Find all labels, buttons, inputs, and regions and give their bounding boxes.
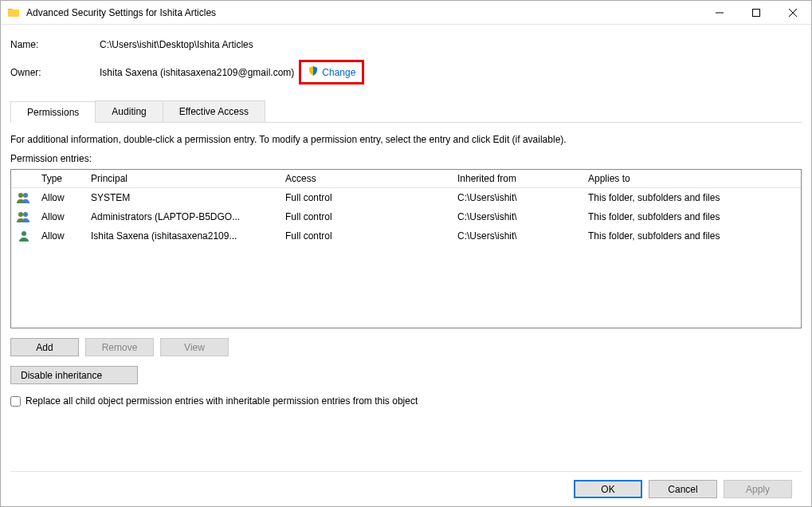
header-icon[interactable] [11,170,37,187]
replace-children-checkbox[interactable] [10,396,21,407]
principal-icon [11,226,37,246]
svg-rect-0 [753,9,760,16]
maximize-button[interactable] [738,1,775,24]
tab-bar: Permissions Auditing Effective Access [10,100,802,123]
tab-auditing[interactable]: Auditing [95,100,163,122]
content-area: Name: C:\Users\ishit\Desktop\Ishita Arti… [1,25,811,506]
header-principal[interactable]: Principal [86,170,280,187]
table-row[interactable]: AllowIshita Saxena (ishitasaxena2109...F… [11,226,801,246]
owner-value: Ishita Saxena (ishitasaxena2109@gmail.co… [100,60,364,84]
change-owner-link[interactable]: Change [322,67,355,78]
cell-type: Allow [37,189,86,206]
table-body: AllowSYSTEMFull controlC:\Users\ishit\Th… [11,188,801,246]
advanced-security-window: Advanced Security Settings for Ishita Ar… [0,0,812,507]
cell-applies: This folder, subfolders and files [583,189,801,206]
replace-children-row: Replace all child object permission entr… [10,395,802,407]
view-button: View [160,338,229,356]
folder-icon [7,6,20,19]
dialog-footer: OK Cancel Apply [10,471,802,506]
name-label: Name: [10,39,100,50]
close-button[interactable] [775,1,811,24]
name-row: Name: C:\Users\ishit\Desktop\Ishita Arti… [10,39,802,50]
change-highlight: Change [299,60,364,84]
ok-button[interactable]: OK [574,480,642,498]
cell-applies: This folder, subfolders and files [583,227,801,245]
window-title: Advanced Security Settings for Ishita Ar… [26,7,701,18]
cell-access: Full control [280,227,453,245]
svg-point-5 [22,231,26,236]
cell-inherited: C:\Users\ishit\ [453,227,583,245]
cell-principal: Administrators (LAPTOP-B5DGO... [86,208,280,226]
cell-principal: Ishita Saxena (ishitasaxena2109... [86,227,280,245]
owner-row: Owner: Ishita Saxena (ishitasaxena2109@g… [10,60,802,84]
principal-icon [11,207,37,226]
owner-text: Ishita Saxena (ishitasaxena2109@gmail.co… [100,67,294,78]
shield-icon [308,65,319,79]
table-row[interactable]: AllowSYSTEMFull controlC:\Users\ishit\Th… [11,188,801,207]
disable-inheritance-button[interactable]: Disable inheritance [10,366,138,384]
cell-inherited: C:\Users\ishit\ [453,189,583,206]
header-inherited[interactable]: Inherited from [453,170,583,187]
titlebar: Advanced Security Settings for Ishita Ar… [1,1,811,25]
disable-inheritance-row: Disable inheritance [10,366,802,384]
cell-type: Allow [37,208,86,226]
name-value: C:\Users\ishit\Desktop\Ishita Articles [100,39,253,50]
header-applies[interactable]: Applies to [583,170,801,187]
tab-permissions[interactable]: Permissions [10,101,96,123]
owner-label: Owner: [10,67,100,78]
svg-point-1 [18,193,23,198]
window-controls [701,1,811,24]
cell-inherited: C:\Users\ishit\ [453,208,583,226]
apply-button: Apply [724,480,792,498]
entry-action-buttons: Add Remove View [10,338,802,356]
cancel-button[interactable]: Cancel [649,480,717,498]
replace-children-label[interactable]: Replace all child object permission entr… [25,395,418,407]
cell-type: Allow [37,227,86,245]
svg-point-2 [23,193,28,198]
minimize-button[interactable] [701,1,738,24]
tab-effective-access[interactable]: Effective Access [163,100,265,122]
permission-table: Type Principal Access Inherited from App… [10,169,802,328]
entries-label: Permission entries: [10,153,802,164]
remove-button: Remove [85,338,154,356]
add-button[interactable]: Add [10,338,79,356]
header-type[interactable]: Type [37,170,86,187]
cell-access: Full control [280,189,453,206]
svg-point-3 [18,212,23,217]
table-row[interactable]: AllowAdministrators (LAPTOP-B5DGO...Full… [11,207,801,226]
cell-applies: This folder, subfolders and files [583,208,801,226]
svg-point-4 [23,212,28,217]
description-text: For additional information, double-click… [10,134,802,145]
principal-icon [11,188,37,207]
header-access[interactable]: Access [280,170,453,187]
table-header: Type Principal Access Inherited from App… [11,170,801,188]
cell-access: Full control [280,208,453,226]
cell-principal: SYSTEM [86,189,280,206]
